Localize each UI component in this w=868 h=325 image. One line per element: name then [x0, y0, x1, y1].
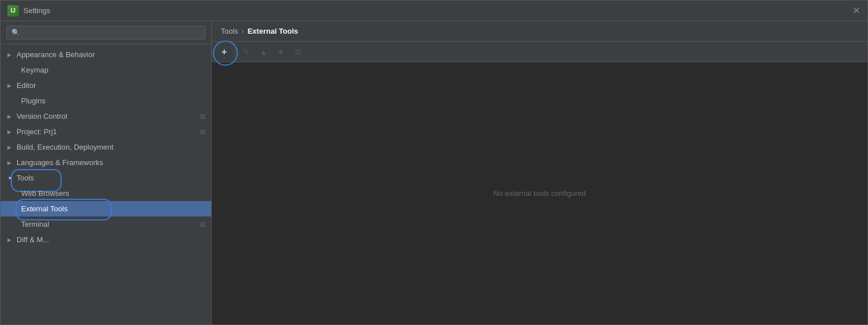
sidebar-item-keymap[interactable]: Keymap [1, 62, 211, 78]
copy-icon: ⧉ [200, 113, 205, 121]
sidebar-item-languages[interactable]: ▶ Languages & Frameworks [1, 155, 211, 170]
sidebar-item-label: Languages & Frameworks [17, 158, 103, 167]
sidebar-item-build[interactable]: ▶ Build, Execution, Deployment [1, 139, 211, 155]
move-up-icon: ▲ [260, 47, 268, 57]
sidebar-item-plugins[interactable]: Plugins [1, 93, 211, 109]
window-title: Settings [23, 6, 50, 15]
sidebar-item-diff[interactable]: ▶ Diff & M... [1, 232, 211, 247]
title-bar-left: IJ Settings [7, 5, 50, 17]
add-button[interactable]: + [216, 44, 232, 60]
right-panel: Tools › External Tools + ✎ ▲ [212, 21, 867, 324]
close-button[interactable]: ✕ [851, 6, 861, 15]
edit-icon: ✎ [243, 47, 250, 57]
sidebar-item-external-tools[interactable]: External Tools [1, 201, 211, 216]
content-area: No external tools configured [212, 62, 867, 324]
move-down-button[interactable]: ▼ [273, 44, 289, 60]
tools-circle-wrapper: Tools [17, 174, 34, 182]
breadcrumb-parent: Tools [221, 27, 238, 35]
move-up-button[interactable]: ▲ [256, 44, 272, 60]
sidebar-item-project[interactable]: ▶ Project: Prj1 ⧉ [1, 124, 211, 139]
sidebar: ▶ Appearance & Behavior Keymap ▶ Editor … [1, 21, 212, 324]
sidebar-item-label: Terminal [21, 220, 49, 228]
toolbar-divider [235, 47, 236, 57]
copy-icon: ⧉ [295, 47, 301, 57]
sidebar-item-appearance[interactable]: ▶ Appearance & Behavior [1, 47, 211, 62]
move-down-icon: ▼ [277, 47, 285, 57]
sidebar-item-label: Diff & M... [17, 235, 49, 244]
expand-arrow-icon: ▶ [7, 83, 13, 89]
sidebar-item-label: Version Control [17, 112, 67, 121]
expand-arrow-icon: ▶ [7, 160, 13, 166]
edit-button[interactable]: ✎ [239, 44, 255, 60]
nav-list: ▶ Appearance & Behavior Keymap ▶ Editor … [1, 45, 211, 324]
app-icon-text: IJ [11, 7, 15, 14]
breadcrumb-current: External Tools [248, 27, 298, 35]
breadcrumb: Tools › External Tools [212, 21, 867, 42]
sidebar-item-version-control[interactable]: ▶ Version Control ⧉ [1, 109, 211, 124]
toolbar: + ✎ ▲ ▼ ⧉ [212, 42, 867, 62]
sidebar-item-label: Plugins [21, 97, 46, 105]
title-bar: IJ Settings ✕ [1, 1, 867, 21]
main-content: ▶ Appearance & Behavior Keymap ▶ Editor … [1, 21, 867, 324]
breadcrumb-separator: › [241, 27, 244, 35]
expand-arrow-icon: ▶ [7, 145, 13, 150]
add-icon: + [221, 47, 227, 57]
copy-icon: ⧉ [200, 128, 205, 136]
sidebar-item-label: Keymap [21, 66, 49, 74]
sidebar-item-label: Appearance & Behavior [17, 50, 95, 59]
sidebar-item-label: Web Browsers [21, 189, 69, 198]
copy-icon: ⧉ [200, 220, 205, 228]
sidebar-item-terminal[interactable]: Terminal ⧉ [1, 216, 211, 232]
sidebar-item-editor[interactable]: ▶ Editor [1, 78, 211, 93]
settings-window: IJ Settings ✕ ▶ Appearance & Behavior Ke… [0, 0, 868, 325]
expand-arrow-icon: ▼ [7, 175, 13, 181]
sidebar-item-label: Build, Execution, Deployment [17, 143, 114, 151]
sidebar-item-tools[interactable]: ▼ Tools [1, 170, 211, 186]
sidebar-item-label: External Tools [21, 204, 67, 213]
search-input[interactable] [6, 26, 205, 39]
expand-arrow-icon: ▶ [7, 114, 13, 119]
search-bar [1, 21, 211, 45]
sidebar-item-web-browsers[interactable]: Web Browsers [1, 186, 211, 201]
expand-arrow-icon: ▶ [7, 237, 13, 243]
expand-arrow-icon: ▶ [7, 129, 13, 135]
copy-button[interactable]: ⧉ [290, 44, 306, 60]
app-icon: IJ [7, 5, 19, 17]
expand-arrow-icon: ▶ [7, 52, 13, 58]
empty-message: No external tools configured [494, 189, 586, 198]
sidebar-item-label: Tools [17, 174, 34, 182]
sidebar-item-label: Project: Prj1 [17, 127, 57, 136]
sidebar-item-label: Editor [17, 81, 36, 90]
